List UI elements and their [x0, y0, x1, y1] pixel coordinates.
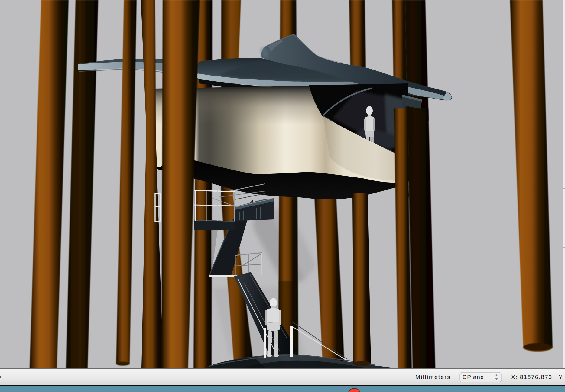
svg-text:CPlane: CPlane [463, 374, 484, 380]
svg-text:X: 81876.873: X: 81876.873 [511, 374, 552, 380]
svg-text:Millimeters: Millimeters [415, 374, 451, 380]
svg-text:Y:: Y: [559, 374, 564, 380]
